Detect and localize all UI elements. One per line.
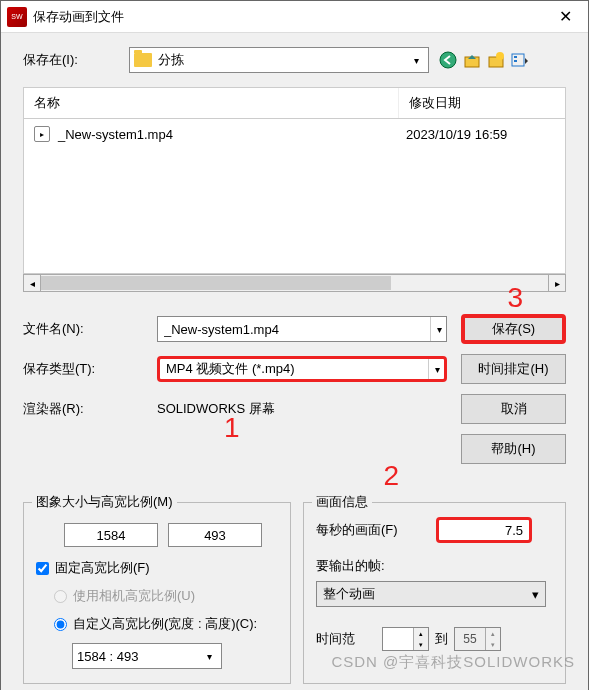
time-from-spinner[interactable]: ▴▾	[382, 627, 429, 651]
chevron-down-icon[interactable]: ▾	[532, 587, 539, 602]
app-icon: SW	[7, 7, 27, 27]
spin-up-icon[interactable]: ▴	[414, 628, 428, 639]
output-value: 整个动画	[323, 585, 532, 603]
form-area: 文件名(N): ▾ 保存(S) 保存类型(T): ▾ 时间排定(H) 渲染器(R…	[23, 314, 566, 464]
renderer-label: 渲染器(R):	[23, 400, 143, 418]
frame-info-title: 画面信息	[312, 493, 372, 511]
savetype-field[interactable]	[160, 362, 428, 377]
save-dialog: SW 保存动画到文件 ✕ 保存在(I): 分拣 ▾ 名称 修改日期	[0, 0, 589, 690]
height-input[interactable]	[168, 523, 262, 547]
save-in-row: 保存在(I): 分拣 ▾	[23, 47, 566, 73]
up-icon[interactable]	[463, 51, 481, 69]
renderer-value: SOLIDWORKS 屏幕	[157, 400, 447, 418]
file-name: _New-system1.mp4	[58, 127, 406, 142]
filename-input[interactable]: ▾	[157, 316, 447, 342]
filename-label: 文件名(N):	[23, 320, 143, 338]
help-button[interactable]: 帮助(H)	[461, 434, 566, 464]
scroll-right-button[interactable]: ▸	[548, 274, 566, 292]
watermark: CSDN @宇喜科技SOLIDWORKS	[331, 653, 575, 672]
chevron-down-icon[interactable]: ▾	[201, 651, 217, 662]
savetype-label: 保存类型(T):	[23, 360, 143, 378]
width-input[interactable]	[64, 523, 158, 547]
close-button[interactable]: ✕	[542, 1, 588, 33]
savetype-dropdown[interactable]: ▾	[157, 356, 447, 382]
scroll-left-button[interactable]: ◂	[23, 274, 41, 292]
svg-rect-6	[514, 60, 517, 62]
file-browser: 名称 修改日期 ▸ _New-system1.mp4 2023/10/19 16…	[23, 87, 566, 292]
column-date[interactable]: 修改日期	[399, 88, 565, 118]
custom-ratio-label: 自定义高宽比例(宽度 : 高度)(C):	[73, 615, 257, 633]
dialog-body: 保存在(I): 分拣 ▾ 名称 修改日期 ▸ _New-system	[1, 33, 588, 690]
output-dropdown[interactable]: 整个动画 ▾	[316, 581, 546, 607]
save-in-value: 分拣	[158, 51, 408, 69]
fps-label: 每秒的画面(F)	[316, 521, 426, 539]
svg-point-3	[496, 52, 504, 60]
titlebar: SW 保存动画到文件 ✕	[1, 1, 588, 33]
back-icon[interactable]	[439, 51, 457, 69]
column-name[interactable]: 名称	[24, 88, 399, 118]
filename-field[interactable]	[158, 322, 430, 337]
ratio-value: 1584 : 493	[77, 649, 201, 664]
fixed-ratio-checkbox[interactable]: 固定高宽比例(F)	[36, 559, 278, 577]
custom-ratio-input[interactable]	[54, 618, 67, 631]
spin-down-icon: ▾	[486, 639, 500, 650]
fixed-ratio-input[interactable]	[36, 562, 49, 575]
to-label: 到	[435, 630, 448, 648]
new-folder-icon[interactable]	[487, 51, 505, 69]
output-label: 要输出的帧:	[316, 557, 385, 575]
save-in-label: 保存在(I):	[23, 51, 119, 69]
custom-ratio-radio[interactable]: 自定义高宽比例(宽度 : 高度)(C):	[54, 615, 278, 633]
image-size-group: 图象大小与高宽比例(M) 固定高宽比例(F) 使用相机高宽比例(U) 自定义高宽…	[23, 502, 291, 684]
chevron-down-icon[interactable]: ▾	[430, 317, 446, 341]
schedule-button[interactable]: 时间排定(H)	[461, 354, 566, 384]
image-size-title: 图象大小与高宽比例(M)	[32, 493, 177, 511]
file-list[interactable]: ▸ _New-system1.mp4 2023/10/19 16:59	[23, 118, 566, 274]
svg-rect-5	[514, 56, 517, 58]
time-label: 时间范	[316, 630, 376, 648]
view-menu-icon[interactable]	[511, 51, 529, 69]
file-date: 2023/10/19 16:59	[406, 127, 555, 142]
time-to-input	[455, 632, 485, 646]
save-in-dropdown[interactable]: 分拣 ▾	[129, 47, 429, 73]
ratio-dropdown[interactable]: 1584 : 493 ▾	[72, 643, 222, 669]
svg-point-0	[440, 52, 456, 68]
folder-icon	[134, 53, 152, 67]
time-from-input[interactable]	[383, 632, 413, 646]
svg-rect-4	[512, 54, 524, 66]
camera-ratio-radio[interactable]: 使用相机高宽比例(U)	[54, 587, 278, 605]
file-header: 名称 修改日期	[23, 87, 566, 118]
video-file-icon: ▸	[34, 126, 50, 142]
chevron-down-icon[interactable]: ▾	[408, 55, 424, 66]
spin-up-icon: ▴	[486, 628, 500, 639]
scroll-track[interactable]	[41, 274, 548, 292]
h-scrollbar: ◂ ▸	[23, 274, 566, 292]
spin-down-icon[interactable]: ▾	[414, 639, 428, 650]
time-to-spinner: ▴▾	[454, 627, 501, 651]
camera-ratio-label: 使用相机高宽比例(U)	[73, 587, 195, 605]
save-button[interactable]: 保存(S)	[461, 314, 566, 344]
cancel-button[interactable]: 取消	[461, 394, 566, 424]
fps-input[interactable]	[436, 517, 532, 543]
file-item[interactable]: ▸ _New-system1.mp4 2023/10/19 16:59	[24, 123, 565, 145]
scroll-thumb[interactable]	[41, 276, 391, 290]
fixed-ratio-label: 固定高宽比例(F)	[55, 559, 150, 577]
nav-icons	[439, 51, 529, 69]
chevron-down-icon[interactable]: ▾	[428, 359, 444, 379]
window-title: 保存动画到文件	[33, 8, 542, 26]
camera-ratio-input	[54, 590, 67, 603]
